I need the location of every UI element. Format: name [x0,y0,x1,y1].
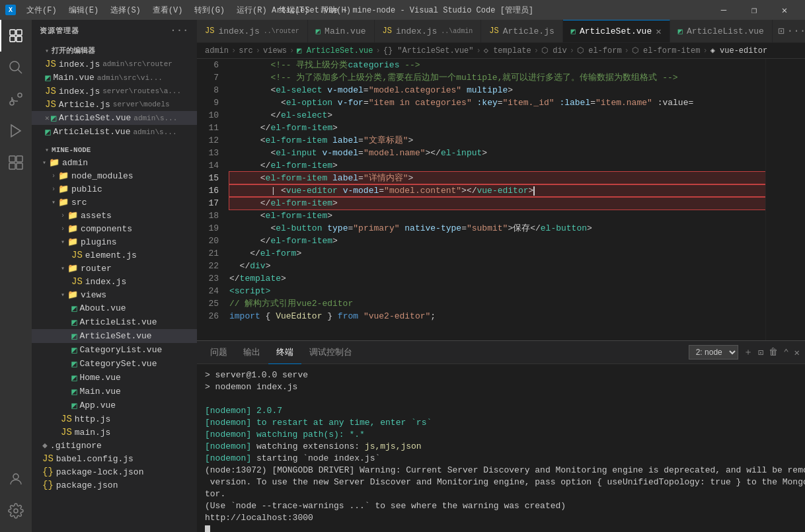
folder-public[interactable]: › 📁 public [32,182,197,196]
file-categoryset-vue[interactable]: ◩ CategorySet.vue [32,357,197,371]
close-panel-icon[interactable]: ✕ [794,347,800,358]
tab-index-admin[interactable]: JS index.js ..\admin [375,20,482,43]
breadcrumb-symbol[interactable]: {} "ArticleSet.vue" [383,46,474,56]
add-terminal-icon[interactable]: ＋ [744,346,753,358]
open-editors-header[interactable]: ▾ 打开的编辑器 [32,44,197,57]
terminal[interactable]: > server@1.0.0 serve > nodemon index.js … [197,364,805,532]
folder-assets[interactable]: › 📁 assets [32,209,197,222]
tab-main-vue[interactable]: ◩ Main.vue [308,20,375,43]
file-about-vue[interactable]: ◩ About.vue [32,301,197,315]
file-app-vue[interactable]: ◩ App.vue [32,399,197,412]
breadcrumb-file[interactable]: ◩ ArticleSet.vue [297,46,373,56]
tag: el-button [541,222,587,235]
open-editor-article-js[interactable]: JS Article.js server\models [32,98,197,111]
breadcrumb-views[interactable]: views [263,46,287,56]
folder-plugins[interactable]: ▾ 📁 plugins [32,235,197,248]
menu-edit[interactable]: 编辑(E) [63,3,104,17]
close-icon[interactable]: ✕ [45,114,50,122]
panel-tab-output[interactable]: 输出 [235,341,268,364]
close-button[interactable]: ✕ [769,0,800,20]
file-articleset-vue[interactable]: ◩ ArticleSet.vue [32,329,197,343]
breadcrumb-div[interactable]: ⬡ div [541,46,567,56]
file-http-js[interactable]: JS http.js [32,412,197,426]
line-number: 10 [205,109,219,122]
folder-admin[interactable]: ▾ 📁 admin [32,156,197,169]
folder-views[interactable]: ▾ 📁 views [32,288,197,301]
tab-articlelist-vue[interactable]: ◩ ArticleList.vue [670,20,773,43]
panel-tab-problems[interactable]: 问题 [202,341,235,364]
activity-extensions[interactable] [0,147,32,178]
activity-source-control[interactable] [0,83,32,115]
folder-router[interactable]: ▾ 📁 router [32,262,197,275]
mine-node-header[interactable]: ▾ MINE-NODE [32,144,197,156]
activity-account[interactable] [0,463,32,495]
folder-node-modules[interactable]: › 📁 node_modules [32,169,197,182]
panel-tab-debug[interactable]: 调试控制台 [301,341,360,364]
js-icon: JS [61,414,72,424]
sidebar-more-icon[interactable]: ··· [171,25,189,36]
menu-goto[interactable]: 转到(G) [189,3,230,17]
tab-articleset-vue[interactable]: ◩ ArticleSet.vue ✕ [563,20,670,43]
breadcrumb-admin[interactable]: admin [205,46,229,56]
open-editor-main-vue[interactable]: ◩ Main.vue admin\src\vi... [32,71,197,85]
breadcrumb-el-form[interactable]: ⬡ el-form [577,46,622,56]
tab-index-router[interactable]: JS index.js ..\router [197,20,308,43]
menu-select[interactable]: 选择(S) [105,3,146,17]
breadcrumb-vue-editor[interactable]: ◈ vue-editor [710,46,767,56]
breadcrumb-template[interactable]: ◇ template [484,46,531,56]
menu-run[interactable]: 运行(R) [231,3,272,17]
terminal-select[interactable]: 2: node [689,345,738,360]
trash-icon[interactable]: 🗑 [769,347,778,358]
more-actions-icon[interactable]: ··· [787,25,805,37]
folder-src[interactable]: ▾ 📁 src [32,196,197,209]
open-editor-index-router[interactable]: JS index.js admin\src\router [32,57,197,71]
file-element-js[interactable]: JS element.js [32,248,197,262]
split-editor-icon[interactable]: ⊡ [778,24,785,38]
file-package-lock[interactable]: {} package-lock.json [32,465,197,478]
panel: 问题 输出 终端 调试控制台 2: node ＋ ⊡ 🗑 ⌃ ✕ [197,340,805,532]
minimize-button[interactable]: — [709,0,739,20]
vue-icon: ◩ [71,344,77,356]
code-lines[interactable]: <!-- 寻找上级分类categories --> <!-- 为了添加多个上级分… [227,59,765,340]
activity-search[interactable] [0,52,32,83]
tab-close-icon[interactable]: ✕ [656,26,661,37]
file-gitignore[interactable]: ◆ .gitignore [32,439,197,452]
svg-point-4 [10,61,19,71]
menu-view[interactable]: 查看(V) [147,3,188,17]
tab-article-js[interactable]: JS Article.js [481,20,562,43]
code-text: > [332,197,338,209]
sidebar-header-actions[interactable]: ··· [171,25,189,36]
split-terminal-icon[interactable]: ⊡ [758,347,763,358]
activity-explorer[interactable] [0,20,32,52]
folder-components[interactable]: › 📁 components [32,222,197,235]
file-home-vue[interactable]: ◩ Home.vue [32,371,197,385]
activity-debug[interactable] [0,115,32,147]
activity-settings[interactable] [0,495,32,527]
code-editor[interactable]: 6 7 8 9 10 11 12 13 14 15 16 17 18 19 20… [197,59,805,340]
code-text [358,310,364,323]
folder-name: admin [62,158,88,168]
val: "item._id" [503,96,555,109]
file-babel-config[interactable]: JS babel.config.js [32,452,197,465]
open-editor-articleset-vue[interactable]: ✕ ◩ ArticleSet.vue admin\s... [32,111,197,125]
panel-tab-terminal[interactable]: 终端 [268,341,301,364]
file-package-json[interactable]: {} package.json [32,478,197,492]
open-editor-index-admin[interactable]: JS index.js server\routes\a... [32,85,197,98]
file-main-vue[interactable]: ◩ Main.vue [32,385,197,399]
menu-file[interactable]: 文件(F) [21,3,62,17]
code-line-21: </el-form> [229,247,765,260]
titlebar-controls[interactable]: — ❐ ✕ [709,0,800,20]
code-text: = [358,134,364,147]
file-main-js[interactable]: JS main.js [32,426,197,439]
chevron-up-icon[interactable]: ⌃ [783,347,788,358]
file-index-js-router[interactable]: JS index.js [32,275,197,288]
file-categorylist-vue[interactable]: ◩ CategoryList.vue [32,343,197,357]
open-editor-path: server\routes\a... [102,87,181,95]
breadcrumb-src[interactable]: src [239,46,253,56]
file-articlelist-vue[interactable]: ◩ ArticleList.vue [32,315,197,329]
open-editor-articlelist-vue[interactable]: ◩ ArticleList.vue admin\s... [32,125,197,139]
vue-icon: ◩ [71,330,77,342]
breadcrumb-el-form-item[interactable]: ⬡ el-form-item [632,46,701,56]
tag: el-input [441,147,482,159]
maximize-button[interactable]: ❐ [739,0,769,20]
